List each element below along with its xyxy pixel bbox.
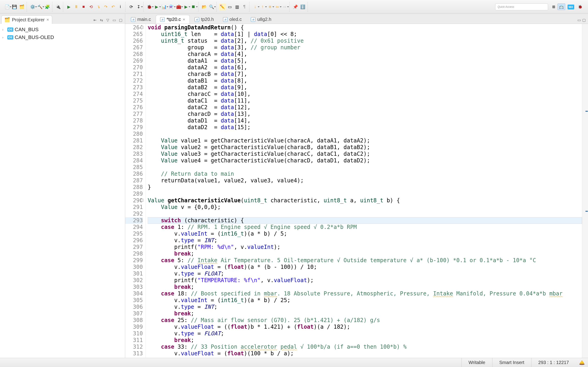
tab-main-c[interactable]: .c main.c bbox=[127, 15, 155, 24]
mx-perspective-button[interactable]: MX bbox=[566, 4, 576, 10]
resume-button[interactable]: ▶ bbox=[65, 3, 72, 10]
code-line[interactable]: uint8_t status = data[2], // 0x61 positi… bbox=[148, 38, 582, 44]
code-line[interactable]: break; bbox=[148, 337, 582, 344]
code-line[interactable]: dataA2 = data[6], bbox=[148, 64, 582, 71]
new-button[interactable]: 📄 bbox=[4, 3, 10, 10]
target-button[interactable]: 🧩 bbox=[44, 3, 51, 10]
code-line[interactable]: dataD2 = data[15]; bbox=[148, 124, 582, 131]
code-line[interactable]: characC = data[10], bbox=[148, 91, 582, 98]
coverage-button[interactable]: 📊 bbox=[161, 3, 167, 10]
code-line[interactable] bbox=[148, 131, 582, 137]
code-line[interactable]: case 1: // RPM. 1 Engine speed √ Engine … bbox=[148, 224, 582, 231]
disconnect-button[interactable]: ⟲ bbox=[87, 3, 95, 10]
hammer-button[interactable]: 🔨 bbox=[36, 3, 43, 10]
profile-button[interactable]: ⚗️ bbox=[168, 3, 175, 10]
fold-toggle-icon[interactable]: − bbox=[141, 199, 143, 202]
toggle-block-button[interactable]: ▭ bbox=[226, 3, 233, 10]
minimize-editor-button[interactable]: ▭ bbox=[578, 18, 581, 22]
external-tools-button[interactable]: 🧰 bbox=[175, 3, 182, 10]
minimize-button[interactable]: ▭ bbox=[112, 17, 117, 23]
code-line[interactable]: v.valueInt = (int16_t)(a * b) / 25; bbox=[148, 297, 582, 304]
code-line[interactable] bbox=[148, 164, 582, 171]
code-line[interactable]: characA = data[4], bbox=[148, 51, 582, 58]
code-line[interactable]: // Return data to main bbox=[148, 171, 582, 177]
code-line[interactable]: v.valueFloat = (float)(a * (b - 100)) / … bbox=[148, 264, 582, 270]
code-line[interactable]: v.type = INT; bbox=[148, 304, 582, 310]
maximize-editor-button[interactable]: ▢ bbox=[582, 18, 586, 22]
code-line[interactable]: case 33: // 33 Position accelerotor peda… bbox=[148, 344, 582, 350]
code-line[interactable]: dataA1 = data[5], bbox=[148, 58, 582, 64]
build-button[interactable]: ⚙️ bbox=[29, 3, 36, 10]
overview-ruler[interactable] bbox=[582, 24, 588, 358]
terminate-button[interactable]: ■ bbox=[80, 3, 87, 10]
code-line[interactable]: dataB1 = data[8], bbox=[148, 77, 582, 84]
tab-oled-c[interactable]: .c oled.c bbox=[219, 15, 246, 24]
link-editor-button[interactable]: ⇆ bbox=[99, 17, 104, 23]
open-type-button[interactable]: 📂 bbox=[201, 3, 208, 10]
debug-button[interactable]: 🐞 bbox=[146, 3, 153, 10]
code-line[interactable]: v.valueFloat = (float)(100 * b / a); bbox=[148, 350, 582, 357]
code-line[interactable]: characD = data[13], bbox=[148, 111, 582, 117]
build-status-icon[interactable]: 🛎️ bbox=[576, 360, 588, 365]
project-tree[interactable]: › IDE CAN_BUS › IDE CAN_BUS-OLED bbox=[0, 24, 125, 358]
code-line[interactable]: v.type = FLOAT; bbox=[148, 357, 582, 358]
step-return-button[interactable]: ↶ bbox=[110, 3, 116, 10]
toggle-mark-button[interactable]: ✏️ bbox=[219, 3, 226, 10]
fold-toggle-icon[interactable]: − bbox=[141, 26, 143, 29]
code-line[interactable]: Value value4 = getCharacteristicValue(ch… bbox=[148, 157, 582, 164]
open-perspective-button[interactable]: ⊞ bbox=[551, 4, 556, 10]
code-line[interactable]: Value value2 = getCharacteristicValue(ch… bbox=[148, 144, 582, 151]
code-line[interactable]: dataD1 = data[14], bbox=[148, 117, 582, 124]
code-line[interactable]: dataB2 = data[9], bbox=[148, 84, 582, 91]
code-line[interactable]: v.valueInt = (int16_t)(a * b) / 5; bbox=[148, 231, 582, 237]
next-annotation-button[interactable]: ↓ bbox=[252, 3, 259, 10]
paragraph-button[interactable]: ¶ bbox=[241, 3, 248, 10]
quick-access-input[interactable]: Quick Access bbox=[495, 3, 548, 10]
code-line[interactable]: Value value1 = getCharacteristicValue(ch… bbox=[148, 137, 582, 144]
code-line[interactable]: group = data[3], // group number bbox=[148, 44, 582, 51]
code-line[interactable]: v.type = FLOAT; bbox=[148, 330, 582, 337]
code-editor[interactable]: 264−265266267268269270271272273274275276… bbox=[125, 24, 588, 358]
project-explorer-tab[interactable]: 🗂️ Project Explorer ✕ bbox=[1, 15, 52, 24]
chevron-right-icon[interactable]: › bbox=[2, 28, 6, 31]
code-line[interactable]: break; bbox=[148, 250, 582, 257]
code-line[interactable]: case 25: // Mass air flow sensor (G70). … bbox=[148, 317, 582, 324]
prev-annotation-button[interactable]: ↑ bbox=[259, 3, 266, 10]
tree-item-canbus-oled[interactable]: › IDE CAN_BUS-OLED bbox=[0, 33, 125, 41]
search-button[interactable]: 🔍 bbox=[208, 3, 215, 10]
launch-button[interactable]: ▶ bbox=[183, 3, 190, 10]
line-number-gutter[interactable]: 264−265266267268269270271272273274275276… bbox=[125, 24, 146, 358]
code-line[interactable]: break; bbox=[148, 310, 582, 317]
code-line[interactable]: switch (characteristic) { bbox=[148, 217, 582, 224]
save-all-button[interactable]: 🗂️ bbox=[18, 3, 25, 10]
code-content[interactable]: void parsingDataAndReturn() { uint16_t l… bbox=[146, 24, 582, 358]
back-button[interactable]: ⇦ bbox=[274, 3, 281, 10]
code-line[interactable] bbox=[148, 211, 582, 217]
code-line[interactable]: returnData(value1, value2, value3, value… bbox=[148, 177, 582, 184]
maximize-button[interactable]: ▢ bbox=[118, 17, 123, 23]
code-line[interactable]: case 5: // Intake Air Temperature. 5 Oil… bbox=[148, 257, 582, 264]
run-button[interactable]: ▶ bbox=[153, 3, 160, 10]
stop-button[interactable]: ⏹ bbox=[190, 3, 197, 10]
tree-item-canbus[interactable]: › IDE CAN_BUS bbox=[0, 26, 125, 33]
restart-button[interactable]: ⟳ bbox=[128, 3, 135, 10]
save-button[interactable]: 💾 bbox=[11, 3, 18, 10]
skip-button[interactable]: ↧ bbox=[135, 3, 142, 10]
code-line[interactable]: v.type = FLOAT; bbox=[148, 270, 582, 277]
code-line[interactable]: dataC2 = data[12], bbox=[148, 104, 582, 111]
pin-button[interactable]: 📌 bbox=[292, 3, 299, 10]
tab-tp20-c[interactable]: .c *tp20.c ✕ bbox=[156, 15, 190, 24]
code-line[interactable]: printf("TEMPERATURE: %f\n", v.valueFloat… bbox=[148, 277, 582, 284]
instruction-step-button[interactable]: i bbox=[117, 3, 124, 10]
step-into-button[interactable]: ↴ bbox=[95, 3, 102, 10]
close-icon[interactable]: ✕ bbox=[46, 18, 49, 22]
step-over-button[interactable]: ↷ bbox=[102, 3, 109, 10]
code-line[interactable]: characB = data[7], bbox=[148, 71, 582, 77]
tab-tp20-h[interactable]: .c tp20.h bbox=[190, 15, 218, 24]
code-line[interactable]: } bbox=[148, 184, 582, 191]
info-button[interactable]: ℹ️ bbox=[299, 3, 306, 10]
close-icon[interactable]: ✕ bbox=[183, 18, 185, 21]
tab-u8g2-h[interactable]: .c u8g2.h bbox=[246, 15, 276, 24]
code-line[interactable]: case 18: // Boost specified in mbar. 18 … bbox=[148, 290, 582, 297]
collapse-all-button[interactable]: ⇤ bbox=[92, 17, 97, 23]
